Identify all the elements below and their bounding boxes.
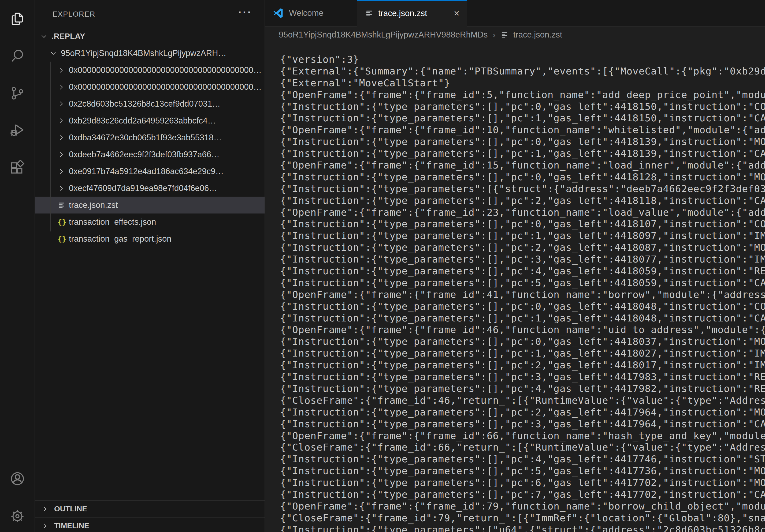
run-debug-icon[interactable] [0,115,35,146]
tree-item-label: transaction_effects.json [69,217,156,227]
explorer-title: EXPLORER [53,10,95,19]
editor-group: Welcome trace.json.zst × 95oR1YipjSnqd18… [265,0,765,532]
code-line: {"Instruction":{"type_parameters":[],"pc… [280,218,765,230]
close-icon[interactable]: × [454,9,459,18]
code-line: {"Instruction":{"type_parameters":[],"pc… [280,112,765,124]
tree-item-label: 0x2c8d603bc51326b8c13cef9dd07031… [69,99,220,109]
code-content: {"version":3}{"External":{"Summary":{"na… [265,43,765,532]
tree-item-label: 0x00000000000000000000000000000000000000… [69,65,262,75]
json-braces-icon: {} [58,218,69,226]
code-line: {"OpenFrame":{"frame":{"frame_id":5,"fun… [280,89,765,101]
code-line: {"Instruction":{"type_parameters":[],"pc… [280,359,765,371]
tree-folder[interactable]: 0xecf47609d7da919ea98e7fd04f6e06… [35,180,265,197]
file-lines-icon [500,31,508,39]
code-line: {"OpenFrame":{"frame":{"frame_id":46,"fu… [280,324,765,336]
explorer-icon[interactable] [0,3,35,35]
code-line: {"Instruction":{"type_parameters":[],"pc… [280,453,765,465]
source-control-icon[interactable] [0,77,35,109]
tree-file[interactable]: trace.json.zst [35,197,265,213]
tree-item-label: 0xdba34672e30cb065b1f93e3ab55318… [69,133,222,142]
tree-item-label: 0xb29d83c26cdd2a64959263abbcfc4… [69,116,216,126]
chevron-down-icon[interactable] [50,50,61,57]
explorer-more-actions-icon[interactable]: ··· [238,7,252,18]
code-line: {"OpenFrame":{"frame":{"frame_id":41,"fu… [280,289,765,301]
tab-welcome[interactable]: Welcome [265,0,357,26]
code-line: {"OpenFrame":{"frame":{"frame_id":23,"fu… [280,206,765,218]
code-line: {"CloseFrame":{"frame_id":46,"return_":[… [280,395,765,406]
code-line: {"Instruction":{"type_parameters":[],"pc… [280,406,765,418]
tree-folder[interactable]: 0x2c8d603bc51326b8c13cef9dd07031… [35,95,265,112]
code-line: {"External":"MoveCallStart"} [280,77,765,89]
search-icon[interactable] [0,40,35,72]
code-line: {"Instruction":{"type_parameters":[],"pc… [280,242,765,253]
tree-folder[interactable]: 0xe0917b74a5912e4ad186ac634e29c9… [35,163,265,180]
chevron-right-icon[interactable] [58,168,69,175]
chevron-right-icon[interactable] [58,134,69,141]
tab-bar: Welcome trace.json.zst × [265,0,765,27]
code-line: {"Instruction":{"type_parameters":[],"pc… [280,336,765,348]
vscode-window: EXPLORER ··· .REPLAY95oR1YipjSnqd18K4BMs… [0,0,765,532]
tree-item-label: transaction_gas_report.json [69,234,172,244]
settings-gear-icon[interactable] [0,500,35,532]
account-icon[interactable] [0,463,35,495]
breadcrumb-file[interactable]: trace.json.zst [513,30,562,40]
code-line: {"Instruction":{"type_parameters":[],"pc… [280,195,765,206]
json-braces-icon: {} [58,235,69,243]
chevron-down-icon[interactable] [40,33,51,40]
chevron-right-icon[interactable] [58,83,69,91]
code-line: {"Instruction":{"type_parameters":[],"pc… [280,489,765,500]
chevron-right-icon[interactable] [58,151,69,158]
code-line: {"Instruction":{"type_parameters":[],"pc… [280,418,765,430]
breadcrumb-project[interactable]: 95oR1YipjSnqd18K4BMshkLgPijypwzARHV988eR… [279,30,487,40]
tab-trace-json-zst[interactable]: trace.json.zst × [357,0,467,27]
tree-file[interactable]: {}transaction_gas_report.json [35,230,265,247]
breadcrumb: 95oR1YipjSnqd18K4BMshkLgPijypwzARHV988eR… [265,27,765,43]
explorer-sidebar: EXPLORER ··· .REPLAY95oR1YipjSnqd18K4BMs… [35,0,265,532]
code-line: {"Instruction":{"type_parameters":[],"pc… [280,301,765,312]
tree-folder[interactable]: 0xb29d83c26cdd2a64959263abbcfc4… [35,112,265,129]
vscode-logo-icon [272,7,284,19]
code-line: {"Instruction":{"type_parameters":[],"pc… [280,230,765,242]
tree-item-label: 0xdeeb7a4662eec9f2f3def03fb937a66… [69,150,220,159]
tab-welcome-label: Welcome [289,8,324,18]
outline-section-header[interactable]: OUTLINE [35,500,265,517]
file-tree: .REPLAY95oR1YipjSnqd18K4BMshkLgPijypwzAR… [35,28,265,247]
tree-folder[interactable]: 0xdeeb7a4662eec9f2f3def03fb937a66… [35,146,265,163]
code-line: {"Instruction":{"type_parameters":[],"pc… [280,171,765,183]
chevron-separator-icon: › [492,30,495,40]
tree-item-label: trace.json.zst [69,200,118,210]
code-line: {"Instruction":{"type_parameters":[],"pc… [280,312,765,324]
timeline-section-header[interactable]: TIMELINE [35,517,265,532]
tree-item-label: 0xe0917b74a5912e4ad186ac634e29c9… [69,166,224,176]
chevron-right-icon[interactable] [58,184,69,192]
code-line: {"Instruction":{"type_parameters":[],"pc… [280,101,765,113]
tree-file[interactable]: {}transaction_effects.json [35,213,265,230]
chevron-right-icon[interactable] [58,100,69,108]
file-lines-icon [365,9,374,18]
code-line: {"OpenFrame":{"frame":{"frame_id":79,"fu… [280,500,765,512]
tree-folder[interactable]: 95oR1YipjSnqd18K4BMshkLgPijypwzARH… [35,45,265,62]
code-line: {"External":{"Summary":{"name":"PTBSumma… [280,65,765,77]
tree-folder[interactable]: 0xdba34672e30cb065b1f93e3ab55318… [35,129,265,146]
code-line: {"Instruction":{"type_parameters":[],"pc… [280,465,765,477]
outline-label: OUTLINE [54,505,87,513]
tree-folder[interactable]: 0x00000000000000000000000000000000000000… [35,62,265,79]
timeline-label: TIMELINE [54,522,89,530]
code-line: {"Instruction":{"type_parameters":[],"pc… [280,277,765,289]
code-line: {"OpenFrame":{"frame":{"frame_id":15,"fu… [280,159,765,171]
section-header-replay[interactable]: .REPLAY [35,28,265,45]
tree-indent-guide [50,62,51,231]
tree-item-label: 0xecf47609d7da919ea98e7fd04f6e06… [69,183,217,193]
code-line: {"Instruction":{"type_parameters":[],"pc… [280,477,765,489]
code-line: {"version":3} [280,54,765,65]
chevron-right-icon[interactable] [58,67,69,74]
chevron-right-icon[interactable] [58,117,69,125]
code-line: {"Instruction":{"type_parameters":["u64"… [280,524,765,532]
code-line: {"CloseFrame":{"frame_id":66,"return_":[… [280,441,765,453]
code-line: {"CloseFrame":{"frame_id":79,"return_":[… [280,512,765,524]
tree-folder[interactable]: 0x00000000000000000000000000000000000000… [35,79,265,95]
tab-trace-label: trace.json.zst [378,9,427,18]
editor-content[interactable]: {"version":3}{"External":{"Summary":{"na… [265,43,765,532]
code-line: {"Instruction":{"type_parameters":[],"pc… [280,265,765,277]
extensions-icon[interactable] [0,151,35,184]
